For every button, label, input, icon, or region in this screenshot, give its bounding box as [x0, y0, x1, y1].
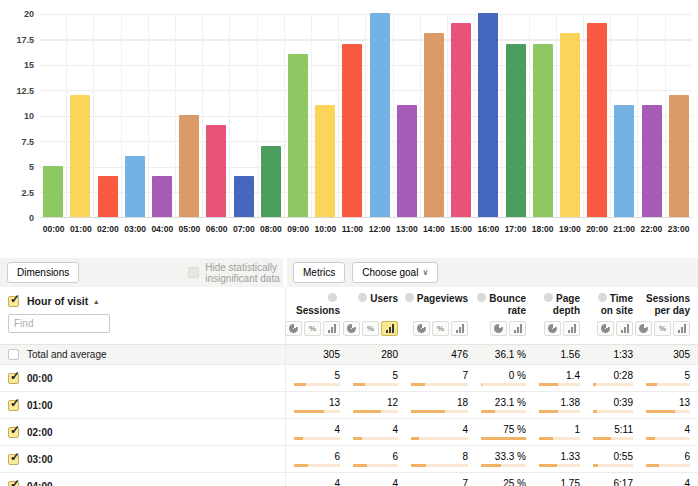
find-input[interactable] — [8, 314, 110, 333]
column-name-text[interactable]: per day — [654, 305, 690, 316]
hide-insignificant-checkbox[interactable] — [188, 267, 199, 278]
column-header-bounce-rate: Bouncerate — [473, 287, 531, 344]
percent-chart-icon[interactable]: % — [432, 321, 449, 336]
chart-bar[interactable] — [614, 105, 634, 217]
total-row-checkbox[interactable] — [8, 349, 19, 360]
chart-bar[interactable] — [315, 105, 335, 217]
chart-bar[interactable] — [125, 156, 145, 217]
chart-bar[interactable] — [70, 95, 90, 217]
chart-bar[interactable] — [424, 33, 444, 217]
row-checkbox[interactable] — [8, 400, 19, 411]
chart-bar[interactable] — [152, 176, 172, 217]
chart-bar[interactable] — [288, 54, 308, 217]
pie-chart-icon[interactable] — [343, 321, 360, 336]
metric-value: 0:39 — [614, 397, 633, 408]
pie-chart-icon[interactable] — [413, 321, 430, 336]
chart-bar[interactable] — [179, 115, 199, 217]
dimensions-button[interactable]: Dimensions — [7, 262, 79, 283]
pie-chart-icon[interactable] — [544, 321, 561, 336]
chart-bar[interactable] — [370, 13, 390, 217]
chart-bar[interactable] — [669, 95, 689, 217]
choose-goal-dropdown[interactable]: Choose goal ∨ — [352, 262, 438, 283]
total-metric-cell: 36.1 % — [473, 345, 531, 364]
metric-bar-fill — [539, 437, 553, 440]
bars-chart-icon[interactable] — [563, 321, 580, 336]
help-icon[interactable] — [405, 293, 414, 302]
chart-bar[interactable] — [261, 146, 281, 217]
y-axis-tick-label: 0 — [0, 213, 34, 223]
percent-chart-icon[interactable]: % — [362, 321, 379, 336]
x-axis-tick-label: 12:00 — [366, 224, 393, 234]
chart-bar[interactable] — [642, 105, 662, 217]
bars-chart-icon[interactable] — [451, 321, 468, 336]
pie-chart-icon[interactable] — [490, 321, 507, 336]
help-icon[interactable] — [477, 293, 486, 302]
y-axis-tick-label: 20 — [0, 9, 34, 19]
column-name-text[interactable]: Bounce — [489, 293, 526, 304]
total-metric-cell: 1:33 — [585, 345, 638, 364]
chart-bar[interactable] — [587, 23, 607, 217]
chart-bar[interactable] — [342, 44, 362, 217]
column-name-line: rate — [477, 305, 526, 317]
metric-bar-track — [481, 383, 526, 386]
row-checkbox[interactable] — [8, 427, 19, 438]
chart-bar[interactable] — [478, 13, 498, 217]
percent-glyph: % — [367, 324, 374, 333]
dimension-title[interactable]: Hour of visit — [27, 295, 88, 307]
pie-chart-icon[interactable] — [597, 321, 614, 336]
metric-cell: 1.38 — [531, 392, 585, 418]
chart-bar[interactable] — [234, 176, 254, 217]
column-name-text[interactable]: Users — [370, 293, 398, 304]
column-name-text[interactable]: Time — [610, 293, 633, 304]
column-name-text[interactable]: Page — [556, 293, 580, 304]
row-checkbox[interactable] — [8, 454, 19, 465]
bars-chart-icon[interactable] — [673, 321, 690, 336]
bars-chart-icon[interactable] — [509, 321, 526, 336]
x-axis-tick-label: 04:00 — [149, 224, 176, 234]
column-name-text[interactable]: Pageviews — [417, 293, 468, 304]
metric-cell: 5 — [345, 365, 403, 391]
pie-chart-icon[interactable] — [635, 321, 652, 336]
column-view-switcher — [597, 321, 633, 336]
sort-asc-icon[interactable]: ▴ — [94, 297, 98, 306]
help-icon[interactable] — [598, 293, 607, 302]
bars-chart-icon[interactable] — [381, 321, 398, 336]
row-checkbox[interactable] — [8, 481, 19, 486]
metric-value: 4 — [392, 424, 398, 435]
percent-chart-icon[interactable]: % — [304, 321, 321, 336]
row-hour-label: 02:00 — [27, 427, 53, 438]
bars-glyph — [386, 324, 394, 333]
metric-bar-track — [294, 383, 340, 386]
bars-chart-icon[interactable] — [323, 321, 340, 336]
column-name-text[interactable]: Sessions — [296, 305, 340, 316]
column-name-text[interactable]: Sessions — [646, 293, 690, 304]
column-name-text[interactable]: on site — [601, 305, 633, 316]
metric-bar-fill — [481, 410, 495, 413]
chart-bar[interactable] — [98, 176, 118, 217]
sessions-by-hour-chart: 2017.51512.5107.552.50 00:0001:0002:0003… — [0, 0, 698, 246]
column-name-text[interactable]: rate — [508, 305, 526, 316]
chart-bar[interactable] — [560, 33, 580, 217]
chart-bar[interactable] — [506, 44, 526, 217]
metric-value: 6 — [684, 451, 690, 462]
row-checkbox[interactable] — [8, 373, 19, 384]
help-icon[interactable] — [544, 293, 553, 302]
x-axis-tick-label: 22:00 — [638, 224, 665, 234]
chart-bar[interactable] — [397, 105, 417, 217]
chart-bar[interactable] — [533, 44, 553, 217]
total-metric-cell: 476 — [403, 345, 473, 364]
pie-chart-icon[interactable] — [285, 321, 302, 336]
row-label-cell: 03:00 — [0, 446, 286, 472]
chart-bar[interactable] — [206, 125, 226, 217]
metrics-button[interactable]: Metrics — [293, 262, 345, 283]
x-axis-tick-label: 02:00 — [94, 224, 121, 234]
help-icon[interactable] — [358, 293, 367, 302]
help-icon[interactable] — [328, 293, 337, 302]
metric-bar-fill — [353, 383, 365, 386]
percent-chart-icon[interactable]: % — [654, 321, 671, 336]
chart-bar[interactable] — [451, 23, 471, 217]
column-name-text[interactable]: depth — [553, 305, 580, 316]
select-all-hours-checkbox[interactable] — [8, 296, 19, 307]
bars-chart-icon[interactable] — [616, 321, 633, 336]
chart-bar[interactable] — [43, 166, 63, 217]
